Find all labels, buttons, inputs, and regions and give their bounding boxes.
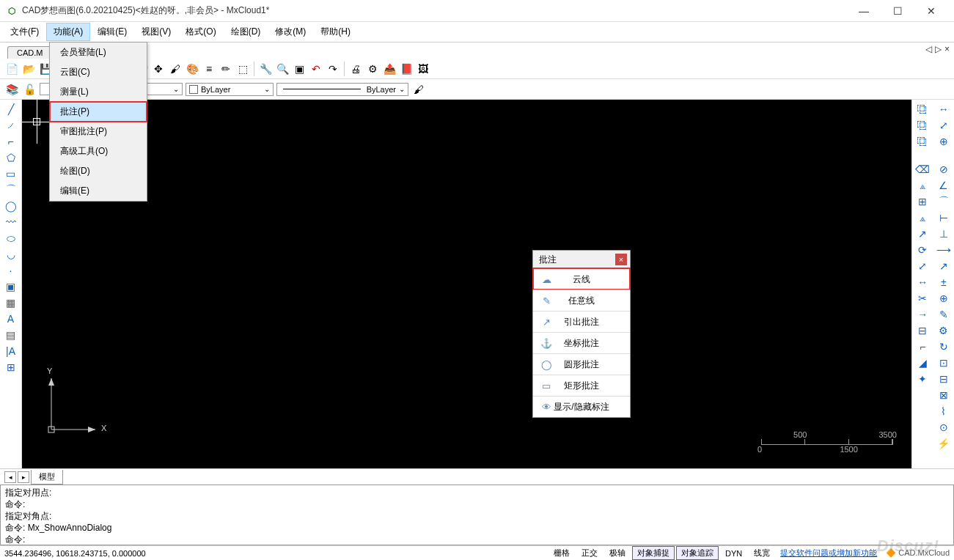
extend-icon[interactable]: → — [915, 308, 930, 321]
region-icon[interactable]: ⊞ — [4, 361, 18, 374]
dim-baseline-icon[interactable]: ⊥ — [936, 227, 951, 240]
hatch-icon[interactable]: ▦ — [4, 296, 18, 309]
explode-icon[interactable]: ✦ — [915, 372, 930, 386]
dim-angle-icon[interactable]: ∠ — [936, 179, 951, 192]
undo-icon[interactable]: ↶ — [309, 62, 323, 76]
layer-state-icon[interactable]: 🔓 — [22, 82, 37, 97]
copy-icon[interactable]: ⿻ — [915, 103, 930, 116]
status-otrack[interactable]: 对象追踪 — [676, 546, 719, 560]
dropdown-review-annotate[interactable]: 审图批注(P) — [50, 122, 147, 141]
circle-icon[interactable]: ◯ — [4, 199, 18, 213]
anno-rect[interactable]: ▭ 矩形批注 — [533, 375, 630, 396]
minimize-button[interactable]: — — [847, 1, 881, 21]
dropdown-measure[interactable]: 测量(L) — [50, 82, 147, 102]
anno-freehand[interactable]: ✎ 任意线 — [533, 290, 630, 311]
open-icon[interactable]: 📂 — [21, 62, 36, 76]
palette-icon[interactable]: 🎨 — [185, 62, 199, 76]
redo-icon[interactable]: ↷ — [326, 62, 340, 76]
anno-circle[interactable]: ◯ 圆形批注 — [533, 353, 630, 375]
brush-icon[interactable]: 🖌 — [168, 62, 183, 76]
status-polar[interactable]: 极轴 — [604, 546, 631, 560]
anno-toggle-visibility[interactable]: 👁 显示/隐藏标注 — [533, 396, 630, 417]
move-icon[interactable]: ↗ — [915, 227, 930, 240]
menu-format[interactable]: 格式(O) — [178, 23, 223, 41]
anno-leader[interactable]: ↗ 引出批注 — [533, 311, 630, 332]
dim-ord-icon[interactable]: ⊢ — [936, 211, 951, 224]
offset-icon[interactable]: ⟁ — [915, 211, 930, 224]
erase-icon[interactable]: ⌫ — [915, 163, 930, 176]
layers-icon[interactable]: ≡ — [202, 62, 216, 76]
xline-icon[interactable]: ⟋ — [4, 119, 18, 132]
status-ortho[interactable]: 正交 — [576, 546, 603, 560]
maximize-button[interactable]: ☐ — [881, 1, 914, 21]
matchprop-icon[interactable]: 🖌 — [411, 82, 426, 97]
chamfer-icon[interactable]: ◢ — [915, 356, 930, 369]
dropdown-adv-tools[interactable]: 高级工具(O) — [50, 141, 147, 161]
polyline-icon[interactable]: ⌐ — [4, 135, 18, 148]
settings-icon[interactable]: ⚙ — [365, 62, 380, 76]
tab-last-icon[interactable]: ▸ — [18, 471, 29, 483]
print-icon[interactable]: 🖨 — [348, 62, 363, 76]
color-combo[interactable]: ByLayer ⌄ — [186, 83, 274, 96]
dim-continue-icon[interactable]: ⟶ — [936, 243, 951, 257]
panel-close-button[interactable]: × — [615, 254, 627, 265]
select-icon[interactable]: ▣ — [292, 62, 307, 76]
polygon-icon[interactable]: ⬠ — [4, 151, 18, 164]
pan-icon[interactable]: ✥ — [151, 62, 166, 76]
block-icon[interactable]: ▣ — [4, 280, 18, 293]
dropdown-cloud[interactable]: 云图(C) — [50, 62, 147, 82]
annotation-panel-title[interactable]: 批注 × — [533, 251, 630, 268]
dim-linear-icon[interactable]: ↔ — [936, 103, 951, 116]
menu-modify[interactable]: 修改(M) — [268, 23, 313, 41]
dropdown-login[interactable]: 会员登陆(L) — [50, 43, 147, 62]
dropdown-draw[interactable]: 绘图(D) — [50, 161, 147, 181]
leader-icon[interactable]: ↗ — [936, 259, 951, 273]
dim-diameter-icon[interactable]: ⊘ — [936, 163, 951, 176]
export-icon[interactable]: 📤 — [382, 62, 397, 76]
menu-file[interactable]: 文件(F) — [3, 23, 46, 41]
status-grid[interactable]: 栅格 — [548, 546, 575, 560]
dim-override-icon[interactable]: ⊡ — [936, 356, 951, 369]
rectangle-icon[interactable]: ▭ — [4, 167, 18, 180]
close-button[interactable]: ✕ — [914, 1, 948, 21]
dim-arc-icon[interactable]: ⌒ — [936, 195, 951, 208]
point-icon[interactable]: · — [4, 264, 18, 277]
text-icon[interactable]: A — [4, 312, 18, 325]
dim-radius-icon[interactable]: ⊕ — [936, 135, 951, 148]
dropdown-edit[interactable]: 编辑(E) — [50, 181, 147, 201]
ellipse-icon[interactable]: ⬭ — [4, 232, 18, 245]
menu-function[interactable]: 功能(A) — [46, 23, 90, 41]
tab-close-icon[interactable]: × — [944, 44, 950, 54]
tab-next-icon[interactable]: ▷ — [935, 44, 942, 54]
dim-jog-icon[interactable]: ⌇ — [936, 405, 951, 418]
tab-prev-icon[interactable]: ◁ — [925, 44, 932, 54]
cut-icon[interactable]: ⿻ — [915, 135, 930, 148]
dim-inspect-icon[interactable]: ⊙ — [936, 421, 951, 434]
center-icon[interactable]: ⊕ — [936, 292, 951, 305]
table-icon[interactable]: ▤ — [4, 328, 18, 342]
image-icon[interactable]: 🖼 — [416, 62, 430, 76]
feedback-link[interactable]: 提交软件问题或增加新功能 — [780, 548, 877, 559]
anno-cloud-line[interactable]: ☁ 云线 — [533, 268, 630, 290]
dim-style-icon[interactable]: ⚙ — [936, 324, 951, 337]
paste-icon[interactable]: ⿻ — [915, 119, 930, 132]
drawing-canvas[interactable]: 批注 × ☁ 云线 ✎ 任意线 ↗ 引出批注 ⚓ 坐标批注 ◯ 圆形批注 — [22, 100, 911, 468]
spline-icon[interactable]: 〰 — [4, 215, 18, 229]
dim-edit-icon[interactable]: ✎ — [936, 308, 951, 321]
dim-aligned-icon[interactable]: ⤢ — [936, 119, 951, 132]
break-icon[interactable]: ⊟ — [915, 324, 930, 337]
dropdown-annotate[interactable]: 批注(P) — [50, 102, 147, 122]
pdf-icon[interactable]: 📕 — [399, 62, 414, 76]
tab-first-icon[interactable]: ◂ — [4, 471, 16, 483]
ellipse-arc-icon[interactable]: ◡ — [4, 248, 18, 261]
arc-icon[interactable]: ⌒ — [4, 183, 18, 196]
mtext-icon[interactable]: |A — [4, 345, 18, 358]
array-icon[interactable]: ⊞ — [915, 195, 930, 208]
dim-update-icon[interactable]: ↻ — [936, 340, 951, 353]
line-icon[interactable]: ╱ — [4, 103, 18, 116]
new-icon[interactable]: 📄 — [4, 62, 19, 76]
linetype-combo[interactable]: ByLayer ⌄ — [276, 83, 408, 96]
dim-break-icon[interactable]: ⊠ — [936, 388, 951, 402]
document-tab[interactable]: CAD.M — [7, 46, 52, 59]
eraser-icon[interactable]: ⬚ — [235, 62, 250, 76]
